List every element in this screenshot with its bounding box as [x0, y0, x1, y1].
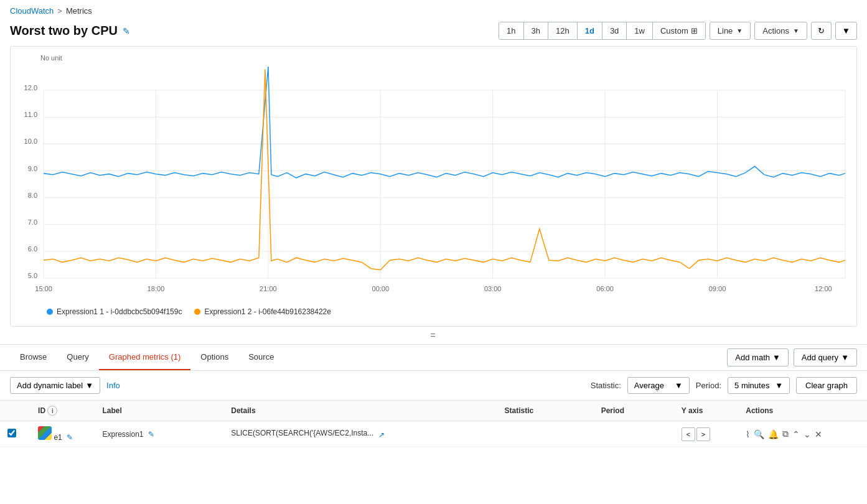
time-btn-3d[interactable]: 3d — [602, 22, 627, 39]
time-btn-1d[interactable]: 1d — [578, 22, 602, 39]
row-action-up-icon[interactable]: ⌃ — [792, 429, 800, 439]
table-header-actions: Actions — [738, 401, 867, 421]
page-title: Worst two by CPU — [10, 24, 118, 38]
add-query-arrow-icon: ▼ — [841, 353, 849, 362]
table-header-checkbox — [0, 401, 30, 421]
chart-type-label: Line — [718, 26, 733, 35]
row-action-delete-icon[interactable]: ✕ — [815, 429, 822, 439]
tab-query[interactable]: Query — [57, 345, 98, 370]
add-math-arrow-icon: ▼ — [772, 353, 780, 362]
dynamic-label-text: Add dynamic label — [17, 381, 83, 390]
svg-text:5.0: 5.0 — [28, 272, 37, 279]
header-right: 1h 3h 12h 1d 3d 1w Custom ⊞ Line ▼ Actio… — [499, 22, 857, 40]
id-info-icon[interactable]: i — [47, 406, 57, 416]
table-row: e1 ✎ Expression1 ✎ SLICE(SORT(SEARCH('{A… — [0, 421, 867, 447]
row-action-alert-icon[interactable]: 🔔 — [768, 429, 779, 439]
chart-container: No unit 5.0 6.0 7.0 8.0 9.0 10.0 11.0 12… — [10, 46, 857, 327]
more-button[interactable]: ▼ — [835, 22, 857, 40]
actions-dropdown[interactable]: Actions ▼ — [754, 22, 807, 40]
svg-text:10.0: 10.0 — [24, 138, 37, 145]
table-header-details: Details — [223, 401, 497, 421]
refresh-button[interactable]: ↻ — [811, 22, 832, 40]
legend-dot-blue — [47, 309, 53, 315]
row-action-stats-icon[interactable]: ⌇ — [746, 429, 750, 439]
row-action-search-icon[interactable]: 🔍 — [754, 429, 764, 439]
period-value: 5 minutes — [734, 381, 769, 390]
svg-text:03:00: 03:00 — [484, 284, 502, 292]
svg-text:12:00: 12:00 — [815, 284, 832, 292]
add-query-label: Add query — [802, 353, 838, 362]
dynamic-label-button[interactable]: Add dynamic label ▼ — [10, 377, 100, 394]
metrics-controls: Add dynamic label ▼ Info Statistic: Aver… — [0, 371, 867, 401]
page-header: Worst two by CPU ✎ 1h 3h 12h 1d 3d 1w Cu… — [0, 19, 867, 46]
yaxis-controls: < > — [682, 427, 731, 441]
svg-text:00:00: 00:00 — [372, 284, 390, 292]
tabs-row: Browse Query Graphed metrics (1) Options… — [0, 345, 867, 371]
divider[interactable]: = — [0, 327, 867, 344]
bottom-panel: Browse Query Graphed metrics (1) Options… — [0, 344, 867, 447]
tab-options[interactable]: Options — [190, 345, 238, 370]
row-action-icons: ⌇ 🔍 🔔 ⧉ ⌃ ⌄ ✕ — [746, 429, 860, 439]
add-math-label: Add math — [735, 353, 770, 362]
time-btn-1h[interactable]: 1h — [499, 22, 523, 39]
tab-source[interactable]: Source — [238, 345, 284, 370]
actions-arrow-icon: ▼ — [793, 27, 799, 34]
add-math-button[interactable]: Add math ▼ — [727, 348, 789, 366]
tab-graphed-metrics[interactable]: Graphed metrics (1) — [99, 345, 191, 370]
chart-type-dropdown[interactable]: Line ▼ — [710, 22, 751, 40]
legend-dot-orange — [194, 309, 200, 315]
statistic-select[interactable]: Average ▼ — [627, 377, 690, 394]
title-edit-icon[interactable]: ✎ — [123, 26, 130, 36]
legend-item-2: Expression1 2 - i-06fe44b916238422e — [194, 307, 330, 316]
breadcrumb-separator: > — [57, 6, 62, 16]
breadcrumb-current: Metrics — [66, 6, 92, 16]
metrics-right: Statistic: Average ▼ Period: 5 minutes ▼… — [591, 377, 857, 394]
time-btn-12h[interactable]: 12h — [548, 22, 578, 39]
row-action-down-icon[interactable]: ⌄ — [804, 429, 811, 439]
row-details-external-icon[interactable]: ↗ — [378, 431, 385, 439]
statistic-value: Average — [634, 381, 664, 390]
tabs-right: Add math ▼ Add query ▼ — [727, 348, 857, 366]
breadcrumb-cloudwatch-link[interactable]: CloudWatch — [10, 6, 54, 16]
tab-browse[interactable]: Browse — [10, 345, 57, 370]
more-icon: ▼ — [842, 26, 850, 35]
row-actions-cell: ⌇ 🔍 🔔 ⧉ ⌃ ⌄ ✕ — [738, 421, 867, 447]
table-header-statistic: Statistic — [497, 401, 594, 421]
divider-icon: = — [430, 330, 436, 340]
metrics-left: Add dynamic label ▼ Info — [10, 377, 120, 394]
time-btn-custom[interactable]: Custom ⊞ — [653, 22, 705, 39]
breadcrumb: CloudWatch > Metrics — [0, 0, 867, 19]
svg-text:21:00: 21:00 — [260, 284, 277, 292]
metrics-table: ID i Label Details Statistic Period Y ax… — [0, 401, 867, 447]
table-header-id: ID i — [30, 401, 95, 421]
chart-legend: Expression1 1 - i-0ddbcbc5b094f159c Expr… — [16, 302, 851, 321]
tabs: Browse Query Graphed metrics (1) Options… — [10, 345, 284, 370]
chart-type-arrow-icon: ▼ — [736, 27, 743, 34]
row-action-copy-icon[interactable]: ⧉ — [782, 429, 789, 439]
add-query-button[interactable]: Add query ▼ — [794, 348, 857, 366]
svg-text:7.0: 7.0 — [28, 218, 37, 226]
row-label: Expression1 — [102, 430, 143, 439]
table-header-yaxis: Y axis — [674, 401, 738, 421]
svg-text:8.0: 8.0 — [28, 192, 37, 199]
yaxis-right-btn[interactable]: > — [696, 427, 710, 441]
svg-text:18:00: 18:00 — [148, 284, 165, 292]
row-label-edit-icon[interactable]: ✎ — [148, 430, 154, 439]
row-checkbox[interactable] — [7, 429, 16, 437]
refresh-icon: ↻ — [818, 26, 825, 35]
period-label: Period: — [696, 381, 721, 390]
row-id-edit-icon[interactable]: ✎ — [67, 433, 73, 442]
time-btn-1w[interactable]: 1w — [627, 22, 653, 39]
svg-text:9.0: 9.0 — [28, 164, 37, 172]
yaxis-left-btn[interactable]: < — [682, 427, 695, 441]
row-details-cell: SLICE(SORT(SEARCH('{AWS/EC2,Insta... ↗ — [223, 421, 497, 447]
row-color-icon — [38, 426, 52, 440]
period-select[interactable]: 5 minutes ▼ — [728, 377, 790, 394]
clear-graph-button[interactable]: Clear graph — [796, 377, 857, 394]
svg-text:06:00: 06:00 — [596, 284, 614, 292]
time-btn-3h[interactable]: 3h — [524, 22, 548, 39]
info-link[interactable]: Info — [106, 381, 120, 390]
row-id-cell: e1 ✎ — [30, 421, 95, 447]
legend-label-2: Expression1 2 - i-06fe44b916238422e — [204, 307, 330, 316]
row-statistic-cell — [497, 421, 594, 447]
